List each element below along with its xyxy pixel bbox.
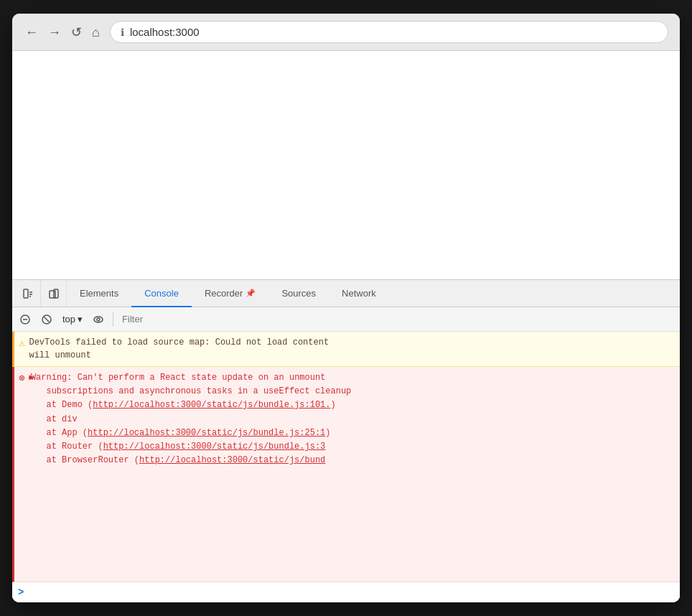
tab-network[interactable]: Network	[329, 281, 389, 307]
browser-chrome: ← → ↺ ⌂ ℹ localhost:3000	[12, 14, 680, 51]
nav-buttons: ← → ↺ ⌂	[24, 24, 101, 40]
warning-line2: will unmount	[29, 349, 329, 362]
back-button[interactable]: ←	[24, 24, 39, 40]
address-text: localhost:3000	[130, 26, 200, 38]
block-button[interactable]	[37, 309, 57, 330]
context-selector[interactable]: top ▾	[58, 312, 87, 326]
console-content: ⚠ DevTools failed to load source map: Co…	[12, 332, 680, 602]
devtools-panel: Elements Console Recorder 📌 Sources Netw…	[12, 279, 680, 602]
browser-window: ← → ↺ ⌂ ℹ localhost:3000	[12, 14, 680, 602]
error-line-0: ▶▶Warning: Can't perform a React state u…	[29, 371, 674, 385]
inspect-element-button[interactable]	[15, 280, 41, 307]
app-stack-link[interactable]: http://localhost:3000/static/js/bundle.j…	[88, 428, 325, 438]
reload-button[interactable]: ↺	[70, 24, 83, 40]
home-button[interactable]: ⌂	[90, 24, 101, 40]
warning-line1: DevTools failed to load source map: Coul…	[29, 337, 329, 347]
router-stack-link[interactable]: http://localhost:3000/static/js/bundle.j…	[103, 442, 326, 452]
tab-sources[interactable]: Sources	[268, 281, 329, 307]
warning-icon: ⚠	[19, 337, 24, 349]
error-icon: ⊗	[19, 372, 24, 384]
tab-recorder[interactable]: Recorder 📌	[192, 281, 268, 307]
svg-point-5	[94, 317, 103, 322]
warning-text: DevTools failed to load source map: Coul…	[29, 336, 329, 362]
devtools-tabs: Elements Console Recorder 📌 Sources Netw…	[12, 280, 680, 307]
chevron-down-icon: ▾	[78, 314, 83, 325]
eye-button[interactable]	[88, 309, 108, 330]
recorder-pin-icon: 📌	[246, 289, 256, 298]
page-content	[12, 51, 680, 279]
tab-elements[interactable]: Elements	[67, 281, 131, 307]
console-error-row: ⊗ ▶▶Warning: Can't perform a React state…	[12, 367, 680, 582]
info-icon: ℹ	[121, 27, 124, 38]
demo-stack-link[interactable]: http://localhost:3000/static/js/bundle.j…	[93, 400, 330, 410]
clear-console-button[interactable]	[15, 309, 35, 330]
svg-rect-0	[24, 289, 28, 298]
error-line-4: at App (http://localhost:3000/static/js/…	[29, 426, 674, 440]
forward-button[interactable]: →	[47, 24, 62, 40]
svg-rect-1	[50, 291, 55, 298]
error-line-2: at Demo (http://localhost:3000/static/js…	[29, 398, 674, 412]
device-toggle-button[interactable]	[41, 280, 67, 307]
tab-console[interactable]: Console	[131, 281, 192, 307]
filter-input[interactable]	[118, 312, 677, 326]
console-prompt: >	[12, 582, 680, 602]
error-line-5: at Router (http://localhost:3000/static/…	[29, 440, 674, 454]
context-label: top	[62, 314, 75, 325]
console-toolbar: top ▾	[12, 307, 680, 332]
toolbar-divider	[113, 312, 113, 327]
svg-point-6	[97, 318, 100, 321]
address-bar[interactable]: ℹ localhost:3000	[110, 21, 668, 43]
prompt-symbol: >	[18, 587, 24, 598]
console-warning-row: ⚠ DevTools failed to load source map: Co…	[12, 332, 680, 367]
error-line-3: at div	[29, 413, 674, 426]
browserrouter-stack-link[interactable]: http://localhost:3000/static/js/bund	[139, 455, 325, 465]
error-line-6: at BrowserRouter (http://localhost:3000/…	[29, 454, 674, 467]
error-line-1: subscriptions and asynchronous tasks in …	[29, 385, 674, 398]
error-body: ▶▶Warning: Can't perform a React state u…	[29, 371, 674, 467]
